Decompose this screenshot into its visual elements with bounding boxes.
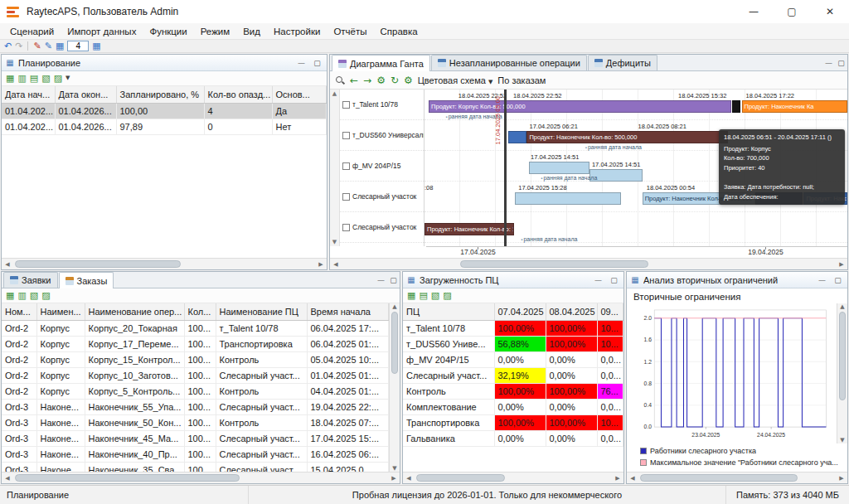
gantt-bar[interactable]: Продукт: Наконечник Ка — [742, 100, 848, 113]
grid-icon[interactable]: ▦ — [407, 291, 415, 300]
column-header[interactable]: Дата нач... — [2, 86, 55, 103]
planning-hscrollbar[interactable]: ◀ ▶ — [2, 258, 327, 269]
column-header[interactable]: 07.04.2025 — [494, 303, 546, 320]
gantt-bar[interactable] — [529, 162, 589, 174]
scroll-left-icon[interactable]: ◀ — [2, 475, 13, 482]
table-row[interactable]: Контроль100,00%100,00%76... — [403, 383, 623, 399]
report-grid-icon[interactable]: ▦ — [56, 41, 64, 51]
scroll-down-icon[interactable]: ▼ — [837, 437, 848, 443]
grid-add-icon[interactable]: ▥ — [17, 291, 26, 300]
row-checkbox[interactable] — [342, 224, 350, 231]
panel-minimize-icon[interactable]: — — [592, 274, 604, 286]
panel-float-icon[interactable]: ▢ — [311, 56, 323, 69]
table-row[interactable]: т_DUS560 Униве...56,88%100,00%10... — [403, 336, 623, 351]
grid-export-icon[interactable]: ▨ — [443, 291, 451, 300]
row-checkbox[interactable] — [342, 193, 350, 201]
grid-icon[interactable]: ▦ — [6, 74, 14, 83]
scroll-left-icon[interactable]: ◀ — [2, 261, 13, 268]
panel-minimize-icon[interactable]: — — [375, 274, 387, 286]
scroll-thumb[interactable] — [640, 474, 798, 482]
menu-item[interactable]: Сценарий — [3, 27, 61, 36]
edit-icon[interactable]: ✎ — [45, 41, 52, 51]
column-header[interactable]: 09... — [597, 303, 623, 320]
panel-float-icon[interactable]: ▢ — [387, 274, 400, 286]
scroll-up-icon[interactable]: ▲ — [332, 90, 337, 97]
column-header[interactable]: Ном... — [2, 303, 36, 320]
back-icon[interactable]: ← — [350, 75, 358, 85]
panel-minimize-icon[interactable]: — — [295, 56, 308, 69]
row-checkbox[interactable] — [342, 101, 350, 109]
maximize-button[interactable]: ▢ — [773, 0, 811, 23]
gear-icon[interactable]: ⚙ — [404, 75, 413, 85]
panel-float-icon[interactable]: ▢ — [832, 274, 844, 286]
table-row[interactable]: т_Talent 10/78100,00%100,00%10... — [403, 320, 623, 336]
grid-columns-icon[interactable]: ▤ — [30, 74, 38, 83]
grid-add-icon[interactable]: ▥ — [17, 74, 26, 83]
tab-unplanned-operations[interactable]: Незапланированные операции — [431, 55, 587, 70]
table-row[interactable]: ф_MV 204P/150,00%0,00%0,0... — [403, 351, 623, 367]
scroll-left-icon[interactable]: ◀ — [330, 261, 342, 268]
orders-hscrollbar[interactable]: ◀ ▶ — [2, 472, 400, 483]
grid-filter-icon[interactable]: ▧ — [431, 291, 439, 300]
scroll-left-icon[interactable]: ◀ — [403, 475, 415, 482]
columns-dropdown-icon[interactable]: ▼ — [65, 75, 70, 81]
scroll-right-icon[interactable]: ▶ — [388, 475, 400, 482]
gantt-bar[interactable] — [732, 100, 740, 113]
column-header[interactable]: ПЦ — [403, 303, 494, 320]
redo-icon[interactable]: ↷ — [15, 41, 22, 51]
table-row[interactable]: 01.04.202...01.04.2026...97,890Нет — [2, 119, 327, 134]
panel-minimize-icon[interactable]: — — [822, 56, 835, 69]
table-row[interactable]: Ord-3Наконе...Наконечник_35_Сва...100...… — [2, 462, 389, 472]
refresh-icon[interactable]: ↻ — [391, 75, 399, 85]
gantt-bar[interactable]: Продукт: Корпус Кол-во: 500,000 — [429, 100, 731, 113]
grid-filter-icon[interactable]: ▧ — [30, 291, 38, 300]
grid-icon[interactable]: ▦ — [6, 291, 14, 300]
menu-item[interactable]: Режим — [194, 27, 236, 36]
column-header[interactable]: Основ... — [272, 86, 327, 103]
scroll-right-icon[interactable]: ▶ — [836, 475, 847, 482]
table-row[interactable]: Ord-3Наконе...Наконечник_45_Ма...100...С… — [2, 430, 389, 446]
scroll-up-icon[interactable]: ▲ — [837, 303, 848, 310]
column-header[interactable]: 08.04.2025 — [546, 303, 597, 320]
menu-item[interactable]: Отчёты — [327, 27, 373, 36]
column-header[interactable]: Кол... — [184, 303, 216, 320]
menu-item[interactable]: Функции — [143, 27, 193, 36]
table-row[interactable]: Ord-2КорпусКорпус_10_Заготов...100...Сле… — [2, 367, 389, 383]
column-header[interactable]: Запланировано, % — [116, 86, 204, 103]
grid-columns-icon[interactable]: ▤ — [419, 291, 427, 300]
table-row[interactable]: Транспортировка100,00%100,00%10... — [403, 414, 623, 430]
table-row[interactable]: Ord-3Наконе...Наконечник_55_Упа...100...… — [2, 399, 389, 414]
scroll-thumb[interactable] — [460, 260, 648, 268]
column-header[interactable]: Дата окон... — [55, 86, 116, 103]
scroll-thumb[interactable] — [15, 474, 240, 482]
scroll-down-icon[interactable]: ▼ — [332, 239, 337, 245]
chart-vscrollbar[interactable]: ▲ ▼ — [837, 303, 847, 443]
scroll-thumb[interactable] — [416, 474, 505, 482]
color-scheme-dropdown[interactable]: Цветовая схема ▼ — [418, 75, 493, 85]
column-header[interactable]: Наименование опер... — [85, 303, 184, 320]
group-mode-dropdown[interactable]: По заказам — [497, 75, 546, 85]
row-checkbox[interactable] — [342, 132, 350, 139]
tab-deficits[interactable]: Дефициты — [588, 55, 657, 70]
grid-filter-icon[interactable]: ▧ — [41, 74, 50, 83]
table-row[interactable]: Ord-2КорпусКорпус_20_Токарная100...т_Tal… — [2, 320, 389, 336]
table-row[interactable]: Ord-2КорпусКорпус_5_Контроль...100...Кон… — [2, 383, 389, 399]
load-hscrollbar[interactable]: ◀ ▶ — [403, 472, 623, 483]
row-checkbox[interactable] — [342, 162, 350, 170]
search-icon[interactable] — [335, 75, 345, 85]
counter-input[interactable] — [67, 41, 89, 51]
table-view-icon[interactable]: ▦ — [92, 41, 100, 51]
scroll-thumb[interactable] — [391, 312, 398, 374]
close-button[interactable]: ✕ — [811, 0, 849, 23]
gantt-bar[interactable] — [515, 192, 621, 205]
menu-item[interactable]: Настройки — [267, 27, 327, 36]
gantt-vscrollbar[interactable]: ▲ ▼ — [330, 90, 340, 246]
tab-zakazy[interactable]: Заказы — [59, 272, 114, 288]
table-row[interactable]: Комплектование0,00%0,00%0,0... — [403, 399, 623, 414]
minimize-button[interactable]: — — [735, 0, 773, 23]
panel-float-icon[interactable]: ▢ — [835, 56, 847, 69]
table-row[interactable]: Ord-2КорпусКорпус_17_Переме...100...Тран… — [2, 336, 389, 351]
column-header[interactable]: Наименование ПЦ — [216, 303, 307, 320]
forward-icon[interactable]: → — [363, 75, 371, 85]
panel-minimize-icon[interactable]: — — [816, 274, 828, 286]
